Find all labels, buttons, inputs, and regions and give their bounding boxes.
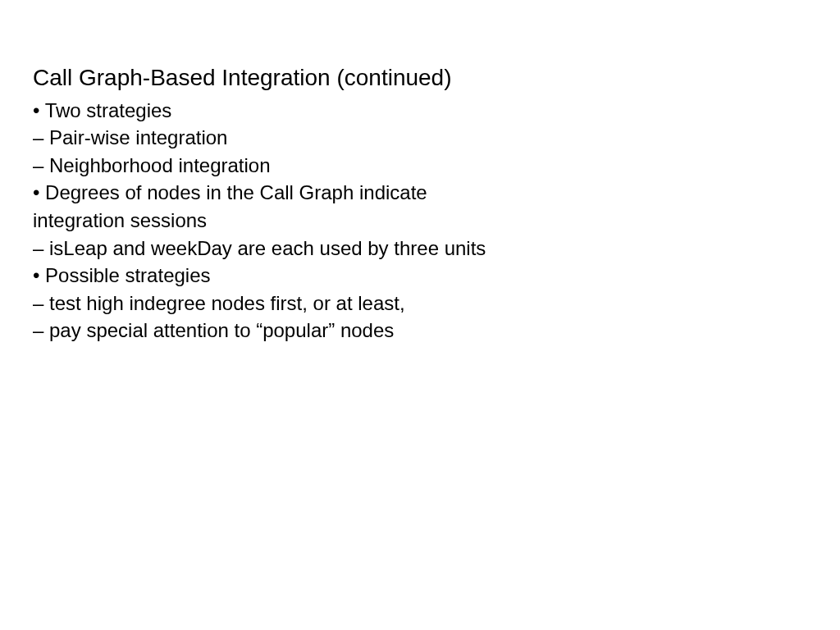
body-line: • Degrees of nodes in the Call Graph ind… xyxy=(33,179,807,207)
body-line: – isLeap and weekDay are each used by th… xyxy=(33,235,807,262)
body-line: – pay special attention to “popular” nod… xyxy=(33,317,807,345)
body-line: • Two strategies xyxy=(33,97,807,125)
body-line: – test high indegree nodes first, or at … xyxy=(33,290,807,317)
slide-title: Call Graph-Based Integration (continued) xyxy=(33,64,807,92)
body-line: • Possible strategies xyxy=(33,262,807,290)
body-line: integration sessions xyxy=(33,207,807,235)
slide-body: • Two strategies – Pair-wise integration… xyxy=(33,97,807,345)
body-line: – Neighborhood integration xyxy=(33,152,807,180)
slide-container: Call Graph-Based Integration (continued)… xyxy=(33,64,807,345)
body-line: – Pair-wise integration xyxy=(33,124,807,152)
